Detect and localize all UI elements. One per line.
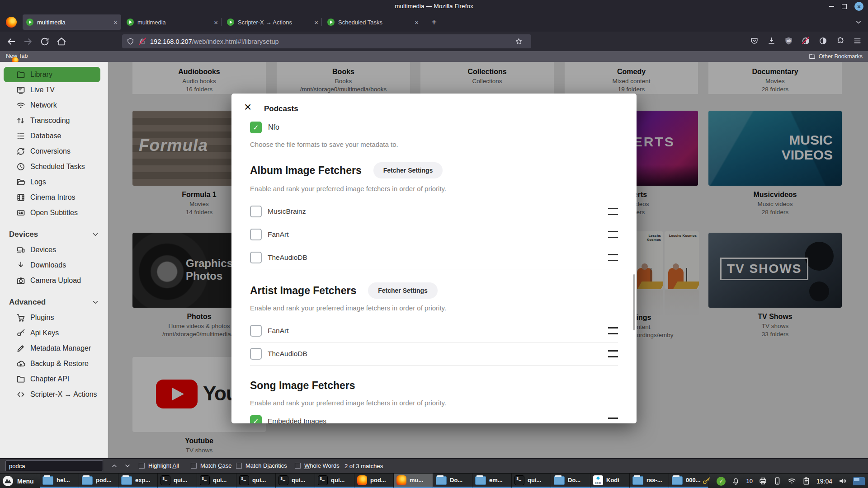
tab-close-icon[interactable]: ×: [214, 19, 218, 26]
downloads-icon[interactable]: [767, 37, 776, 45]
task-exp[interactable]: exp...: [118, 474, 158, 488]
task-qui-4[interactable]: $_qui...: [276, 474, 315, 488]
sidebar-item-open-subtitles[interactable]: Open Subtitles: [4, 205, 100, 221]
sidebar-item-cinema-intros[interactable]: Cinema Intros: [4, 190, 100, 205]
fetcher-label[interactable]: TheAudioDB: [268, 350, 307, 358]
new-tab-button[interactable]: +: [429, 17, 439, 28]
tab-scheduled-tasks[interactable]: Scheduled Tasks ×: [324, 14, 422, 30]
menu-button[interactable]: Menu: [0, 474, 39, 488]
task-multimedia-firefox[interactable]: mu...: [394, 474, 433, 488]
wifi-icon[interactable]: [788, 477, 796, 485]
checkbox[interactable]: [295, 463, 301, 469]
window-switcher-widget[interactable]: [853, 477, 865, 486]
sidebar-item-scheduled-tasks[interactable]: Scheduled Tasks: [4, 159, 100, 174]
bookmark-new-tab[interactable]: New Tab: [6, 53, 28, 59]
checkbox[interactable]: [250, 206, 262, 217]
drag-handle-icon[interactable]: [608, 418, 618, 423]
sidebar-item-database[interactable]: Database: [4, 128, 100, 144]
whole-words-option[interactable]: Whole Words: [295, 462, 340, 469]
nfo-label[interactable]: Nfo: [268, 123, 279, 131]
fetcher-settings-button[interactable]: Fetcher Settings: [373, 162, 443, 178]
printer-icon[interactable]: [759, 477, 767, 485]
checkbox[interactable]: [250, 325, 262, 337]
fetcher-label[interactable]: MusicBrainz: [268, 207, 306, 216]
tab-multimedia-2[interactable]: multimedia ×: [123, 14, 222, 30]
sidebar-section-devices[interactable]: Devices: [0, 227, 108, 242]
close-icon[interactable]: ×: [244, 101, 251, 113]
url-text[interactable]: 192.168.0.207/web/index.html#!/libraryse…: [150, 38, 515, 45]
fetcher-label[interactable]: FanArt: [268, 327, 289, 335]
sidebar-item-live-tv[interactable]: Live TV: [4, 82, 100, 98]
task-do-2[interactable]: Do...: [551, 474, 590, 488]
sidebar-item-conversions[interactable]: Conversions: [4, 144, 100, 159]
minimize-icon[interactable]: [829, 6, 834, 7]
insecure-lock-icon[interactable]: [138, 38, 146, 45]
other-bookmarks[interactable]: Other Bookmarks: [809, 53, 863, 60]
proxy-disabled-icon[interactable]: [802, 37, 810, 45]
checkbox[interactable]: [250, 252, 262, 263]
match-case-option[interactable]: Match Case: [191, 462, 231, 469]
forward-icon[interactable]: [23, 37, 33, 47]
sidebar-item-plugins[interactable]: Plugins: [4, 310, 100, 325]
highlight-all-option[interactable]: Highlight All: [139, 462, 179, 469]
find-input[interactable]: [5, 460, 103, 471]
task-kodi[interactable]: KODIKodi: [590, 474, 630, 488]
sidebar-item-backup-restore[interactable]: Backup & Restore: [4, 356, 100, 371]
sidebar-item-devices[interactable]: Devices: [4, 242, 100, 258]
task-qui-5[interactable]: $_qui...: [315, 474, 354, 488]
list-all-tabs-icon[interactable]: [854, 18, 863, 26]
phone-link-icon[interactable]: [773, 477, 782, 485]
extensions-icon[interactable]: [836, 37, 844, 45]
dialog-scrollbar[interactable]: [633, 274, 635, 330]
sidebar-item-chapter-api[interactable]: Chapter API: [4, 371, 100, 387]
task-em[interactable]: em...: [472, 474, 512, 488]
volume-icon[interactable]: [838, 477, 847, 485]
tab-close-icon[interactable]: ×: [415, 19, 419, 26]
task-qui-1[interactable]: $_qui...: [158, 474, 197, 488]
sidebar-item-library[interactable]: Library: [4, 67, 100, 82]
drag-handle-icon[interactable]: [608, 254, 618, 261]
back-icon[interactable]: [6, 37, 16, 47]
checkbox[interactable]: [250, 415, 262, 423]
reload-icon[interactable]: [40, 37, 50, 47]
drag-handle-icon[interactable]: [608, 231, 618, 238]
task-rss[interactable]: rss-...: [630, 474, 669, 488]
sidebar-item-logs[interactable]: Logs: [4, 174, 100, 190]
drag-handle-icon[interactable]: [608, 327, 618, 334]
sidebar-item-metadata-manager[interactable]: Metadata Manager: [4, 341, 100, 356]
app-menu-icon[interactable]: [853, 37, 862, 45]
close-window-icon[interactable]: ×: [854, 2, 863, 11]
tab-close-icon[interactable]: ×: [314, 19, 318, 26]
sidebar-item-network[interactable]: Network: [4, 98, 100, 113]
find-previous-icon[interactable]: [111, 462, 118, 469]
url-bar[interactable]: 192.168.0.207/web/index.html#!/libraryse…: [122, 34, 531, 48]
maximize-icon[interactable]: [842, 4, 847, 9]
tab-close-icon[interactable]: ×: [113, 19, 118, 26]
updates-ok-icon[interactable]: ✓: [717, 477, 726, 486]
pocket-icon[interactable]: [750, 37, 759, 45]
clock[interactable]: 19:04: [816, 478, 832, 485]
checkbox[interactable]: [236, 463, 242, 469]
clipboard-icon[interactable]: [802, 477, 811, 485]
fetcher-label[interactable]: FanArt: [268, 230, 289, 239]
home-icon[interactable]: [57, 37, 66, 47]
tab-multimedia-1[interactable]: multimedia ×: [23, 14, 121, 30]
tab-scripter-x[interactable]: Scripter-X → Actions ×: [223, 14, 322, 30]
sidebar-item-api-keys[interactable]: Api Keys: [4, 325, 100, 341]
sidebar-item-transcoding[interactable]: Transcoding: [4, 113, 100, 128]
fetcher-label[interactable]: TheAudioDB: [268, 253, 307, 262]
sidebar-item-scripter-x[interactable]: Scripter-X → Actions: [4, 387, 100, 402]
sidebar-section-advanced[interactable]: Advanced: [0, 295, 108, 310]
notifications-bell-icon[interactable]: [731, 477, 740, 485]
key-icon[interactable]: [702, 477, 711, 485]
nfo-checkbox[interactable]: [250, 122, 262, 133]
task-do-1[interactable]: Do...: [433, 474, 472, 488]
task-hel[interactable]: hel...: [40, 474, 79, 488]
drag-handle-icon[interactable]: [608, 208, 618, 215]
checkbox[interactable]: [250, 348, 262, 360]
ublock-origin-icon[interactable]: uO: [784, 37, 793, 45]
checkbox[interactable]: [250, 229, 262, 240]
fetcher-label[interactable]: Embedded Images: [268, 417, 326, 423]
find-next-icon[interactable]: [124, 462, 131, 469]
drag-handle-icon[interactable]: [608, 350, 618, 357]
